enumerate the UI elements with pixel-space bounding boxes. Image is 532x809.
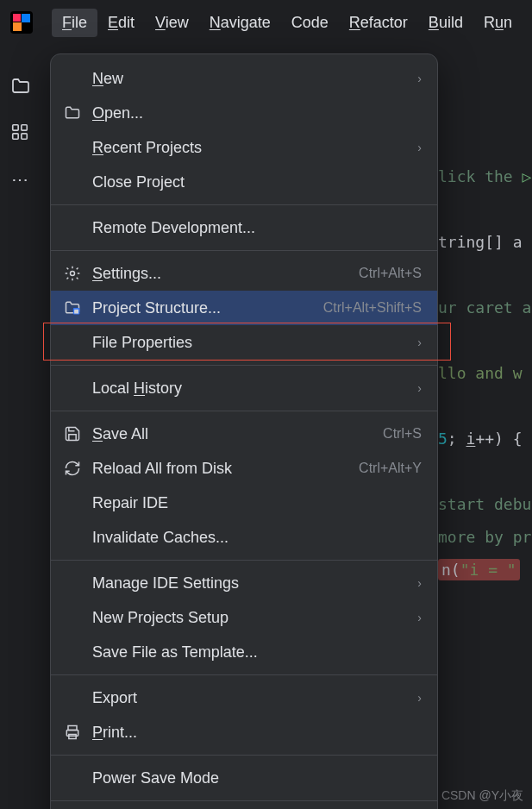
watermark: CSDN @Y小夜 (441, 788, 523, 804)
menu-item-label: Repair IDE (92, 494, 422, 512)
svg-rect-2 (22, 14, 30, 22)
menu-item-new[interactable]: New› (51, 61, 437, 96)
svg-point-8 (71, 272, 75, 276)
menu-item-label: Save All (92, 425, 374, 443)
menu-item-save-file-as-template[interactable]: Save File as Template... (51, 635, 437, 669)
menu-item-new-projects-setup[interactable]: New Projects Setup› (51, 600, 437, 635)
chevron-right-icon: › (417, 611, 422, 624)
folder-icon (63, 103, 82, 122)
menu-item-reload-all-from-disk[interactable]: Reload All from DiskCtrl+Alt+Y (51, 451, 437, 486)
folder-icon[interactable] (10, 76, 31, 97)
menu-separator (51, 250, 437, 251)
menu-separator (51, 800, 437, 801)
shortcut-label: Ctrl+S (383, 426, 422, 442)
chevron-right-icon: › (417, 691, 422, 705)
menu-item-invalidate-caches[interactable]: Invalidate Caches... (51, 520, 437, 555)
print-icon (63, 723, 82, 742)
left-tool-rail: ⋯ (0, 53, 41, 190)
svg-rect-10 (75, 310, 78, 311)
menu-items-container: FileEditViewNavigateCodeRefactorBuildRun (52, 9, 523, 37)
menu-item-print[interactable]: Print... (51, 715, 437, 749)
menu-build[interactable]: Build (418, 9, 473, 37)
menu-item-label: Settings... (92, 265, 350, 283)
svg-rect-6 (13, 134, 18, 139)
svg-rect-7 (22, 134, 27, 139)
menu-item-settings[interactable]: Settings...Ctrl+Alt+S (51, 256, 437, 291)
menu-separator (51, 674, 437, 675)
menu-item-label: New (92, 70, 409, 88)
chevron-right-icon: › (417, 336, 422, 349)
chevron-right-icon: › (417, 576, 422, 590)
menu-separator (51, 204, 437, 205)
menu-item-recent-projects[interactable]: Recent Projects› (51, 130, 437, 165)
gear-icon (63, 264, 82, 283)
shortcut-label: Ctrl+Alt+Shift+S (323, 300, 422, 316)
menu-item-local-history[interactable]: Local History› (51, 371, 437, 405)
structure-icon[interactable] (10, 122, 31, 143)
menu-item-label: Project Structure... (92, 299, 315, 317)
menu-item-remote-development[interactable]: Remote Development... (51, 210, 437, 245)
menu-item-label: Open... (92, 104, 422, 122)
menu-view[interactable]: View (145, 9, 199, 37)
svg-rect-1 (13, 14, 21, 22)
menu-item-label: Print... (92, 724, 422, 742)
menu-file[interactable]: File (52, 9, 97, 37)
menu-item-power-save-mode[interactable]: Power Save Mode (51, 761, 437, 795)
app-icon (10, 9, 33, 35)
menu-item-file-properties[interactable]: File Properties› (51, 325, 437, 360)
svg-rect-4 (13, 125, 18, 130)
save-icon (63, 424, 82, 443)
menu-item-open[interactable]: Open... (51, 96, 437, 130)
menu-item-save-all[interactable]: Save AllCtrl+S (51, 417, 437, 451)
menu-refactor[interactable]: Refactor (339, 9, 418, 37)
menu-item-label: File Properties (92, 334, 409, 352)
project-structure-icon (63, 298, 82, 317)
menu-navigate[interactable]: Navigate (199, 9, 281, 37)
menu-item-close-project[interactable]: Close Project (51, 165, 437, 199)
menu-item-manage-ide-settings[interactable]: Manage IDE Settings› (51, 566, 437, 600)
menu-run[interactable]: Run (473, 9, 523, 37)
menu-separator (51, 560, 437, 561)
svg-rect-3 (13, 22, 22, 31)
file-menu-dropdown: New›Open...Recent Projects›Close Project… (50, 53, 438, 809)
menu-item-label: Export (92, 689, 409, 707)
menu-separator (51, 411, 437, 411)
shortcut-label: Ctrl+Alt+S (359, 266, 422, 281)
svg-rect-11 (75, 312, 78, 313)
menu-separator (51, 365, 437, 366)
main-menu-bar: FileEditViewNavigateCodeRefactorBuildRun (0, 0, 532, 50)
menu-item-label: New Projects Setup (92, 609, 409, 627)
menu-item-project-structure[interactable]: Project Structure...Ctrl+Alt+Shift+S (51, 291, 437, 325)
menu-item-export[interactable]: Export› (51, 680, 437, 715)
menu-code[interactable]: Code (281, 9, 339, 37)
menu-item-label: Power Save Mode (92, 769, 422, 787)
menu-edit[interactable]: Edit (97, 9, 145, 37)
shortcut-label: Ctrl+Alt+Y (359, 461, 422, 476)
menu-item-label: Reload All from Disk (92, 460, 350, 478)
menu-item-repair-ide[interactable]: Repair IDE (51, 486, 437, 520)
reload-icon (63, 459, 82, 478)
chevron-right-icon: › (417, 381, 422, 395)
menu-item-label: Manage IDE Settings (92, 574, 409, 593)
chevron-right-icon: › (417, 72, 422, 85)
menu-item-label: Close Project (92, 173, 422, 191)
svg-rect-5 (22, 125, 27, 130)
menu-item-label: Local History (92, 379, 409, 398)
menu-item-label: Recent Projects (92, 139, 409, 157)
more-icon[interactable]: ⋯ (10, 169, 31, 190)
menu-item-label: Save File as Template... (92, 643, 422, 662)
menu-item-label: Invalidate Caches... (92, 529, 422, 547)
chevron-right-icon: › (417, 141, 422, 154)
menu-separator (51, 755, 437, 756)
svg-rect-14 (69, 735, 76, 739)
menu-item-label: Remote Development... (92, 219, 422, 237)
